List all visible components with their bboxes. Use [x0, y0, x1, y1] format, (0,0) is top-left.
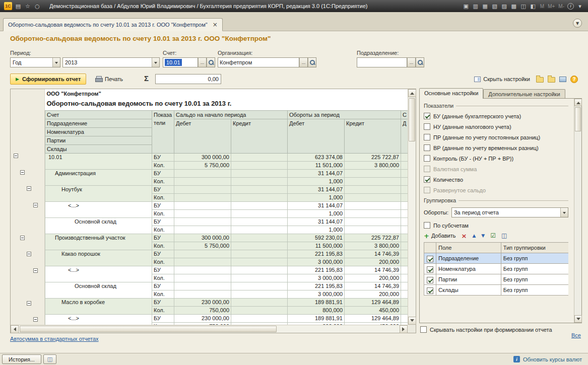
tree-expander-icon[interactable] — [27, 252, 31, 256]
amount-cell[interactable]: 1,000 — [288, 226, 345, 234]
amount-cell[interactable]: 200,000 — [345, 290, 401, 298]
indicator-cell[interactable]: Кол. — [152, 290, 174, 298]
indicator-cell[interactable]: Кол. — [152, 226, 174, 234]
amount-cell[interactable] — [174, 185, 231, 193]
generate-report-button[interactable]: ▶ Сформировать отчет — [10, 74, 86, 85]
tab-list-button[interactable]: ▼ — [573, 19, 582, 28]
info-icon[interactable]: i — [567, 3, 574, 10]
move-up-button[interactable]: ▲ — [472, 233, 476, 238]
indicator-cell[interactable]: БУ — [152, 201, 174, 209]
amount-cell[interactable]: 221 195,83 — [288, 250, 345, 258]
calculator-memory-button[interactable]: M- — [557, 4, 565, 9]
indicator-cell[interactable]: Кол. — [152, 258, 174, 266]
account-input[interactable]: 10.01 — [163, 57, 198, 67]
amount-cell[interactable] — [231, 209, 288, 217]
amount-cell[interactable]: 3 000,000 — [288, 290, 345, 298]
amount-cell[interactable]: 800,000 — [288, 306, 345, 314]
grouping-field-cell[interactable]: Склады — [436, 285, 501, 296]
indicator-cell[interactable]: БУ — [152, 169, 174, 177]
checkbox[interactable] — [427, 277, 433, 283]
chevron-down-icon[interactable] — [52, 58, 60, 67]
amount-cell[interactable]: 225 722,87 — [345, 234, 401, 242]
hide-settings-button[interactable]: Скрыть настройки — [472, 76, 532, 82]
indicator-option[interactable]: НУ (данные налогового учета) — [424, 123, 568, 130]
amount-cell[interactable] — [174, 266, 231, 274]
period-kind-select[interactable]: Год — [10, 57, 60, 67]
scroll-down-button[interactable] — [408, 317, 416, 325]
amount-cell[interactable] — [174, 169, 231, 177]
amount-cell[interactable]: 3 000,000 — [288, 258, 345, 266]
grouping-type-cell[interactable]: Без групп — [501, 253, 568, 264]
choose-button[interactable]: ... — [198, 57, 207, 67]
compare-files-icon[interactable]: ▨ — [500, 2, 508, 10]
help-icon[interactable]: ? — [570, 76, 578, 83]
favorites-star-icon[interactable]: ☆ — [24, 2, 32, 10]
update-rates-link[interactable]: i Обновить курсы валют — [513, 356, 582, 362]
autosum-link[interactable]: Автосумма в стандартных отчетах — [10, 336, 99, 342]
tree-expander-icon[interactable] — [20, 170, 25, 175]
amount-cell[interactable]: 189 881,91 — [288, 298, 345, 306]
amount-cell[interactable] — [174, 201, 231, 209]
amount-cell[interactable] — [174, 193, 231, 201]
amount-cell[interactable]: 11 500,000 — [288, 242, 345, 250]
report-row-label[interactable]: 10.01 — [45, 153, 152, 169]
grouping-row-checkbox-cell[interactable] — [424, 264, 436, 274]
search-button[interactable] — [308, 57, 316, 67]
autosum-sigma-button[interactable]: Σ — [144, 74, 149, 83]
save-icon[interactable]: ▣ — [462, 2, 470, 10]
indicator-cell[interactable]: Кол. — [152, 177, 174, 185]
indicator-cell[interactable]: БУ — [152, 234, 174, 242]
checkbox[interactable] — [424, 144, 430, 151]
checkbox[interactable] — [427, 287, 433, 294]
chevron-down-icon[interactable] — [560, 208, 568, 217]
amount-cell[interactable]: 200,000 — [345, 274, 401, 282]
show-table-icon[interactable]: ◫ — [519, 2, 528, 10]
amount-cell[interactable]: 5 750,000 — [174, 161, 231, 169]
amount-cell[interactable] — [231, 290, 288, 298]
service-menu-icon[interactable]: ▤ — [14, 2, 22, 10]
uncheck-all-button[interactable]: ◫ — [501, 233, 507, 239]
amount-cell[interactable]: 230 000,00 — [174, 314, 231, 322]
amount-cell[interactable]: 31 144,07 — [288, 185, 345, 193]
scrollbar-thumb[interactable] — [409, 98, 415, 141]
amount-cell[interactable]: 1,000 — [288, 177, 345, 185]
amount-cell[interactable]: 5 750,000 — [174, 242, 231, 250]
grouping-type-cell[interactable]: Без групп — [501, 274, 568, 285]
history-button[interactable]: История... — [2, 354, 41, 364]
amount-cell[interactable] — [231, 314, 288, 322]
amount-cell[interactable] — [231, 226, 288, 234]
report-row-label[interactable]: Администрация — [45, 169, 152, 185]
grouping-row-checkbox-cell[interactable] — [424, 285, 436, 296]
amount-cell[interactable]: 11 501,000 — [288, 161, 345, 169]
grouping-type-cell[interactable]: Без групп — [501, 285, 568, 296]
grouping-row[interactable]: НоменклатураБез групп — [424, 264, 569, 274]
amount-cell[interactable] — [174, 282, 231, 290]
grouping-field-cell[interactable]: Номенклатура — [436, 264, 501, 274]
report-row-label[interactable]: Основной склад — [45, 282, 152, 298]
amount-cell[interactable] — [231, 169, 288, 177]
amount-cell[interactable]: 129 464,89 — [345, 314, 401, 322]
indicator-cell[interactable]: БУ — [152, 266, 174, 274]
settings-icon[interactable]: ▩ — [510, 2, 518, 10]
amount-cell[interactable] — [231, 298, 288, 306]
amount-cell[interactable]: 221 195,83 — [288, 266, 345, 274]
report-row-label[interactable]: Ноутбук — [45, 185, 152, 201]
tree-expander-icon[interactable] — [33, 317, 38, 322]
scroll-left-button[interactable] — [11, 325, 19, 333]
amount-cell[interactable] — [231, 193, 288, 201]
amount-cell[interactable] — [231, 242, 288, 250]
amount-cell[interactable]: 31 144,07 — [288, 201, 345, 209]
checkbox[interactable] — [420, 326, 427, 333]
grouping-row-checkbox-cell[interactable] — [424, 253, 436, 264]
report-title-cell[interactable]: Оборотно-сальдовая ведомость по счету 10… — [45, 98, 408, 110]
scroll-up-button[interactable] — [408, 89, 416, 97]
amount-cell[interactable] — [174, 209, 231, 217]
amount-cell[interactable]: 14 746,39 — [345, 282, 401, 290]
checkbox[interactable] — [424, 113, 430, 119]
amount-cell[interactable] — [231, 250, 288, 258]
history-clock-icon[interactable]: ○ — [33, 2, 41, 10]
calendar-icon[interactable]: ▧ — [491, 2, 499, 10]
by-subaccounts-option[interactable]: По субсчетам — [424, 222, 568, 229]
grouping-row[interactable]: ПартииБез групп — [424, 274, 569, 285]
calculator-memory-button[interactable]: M — [539, 4, 545, 9]
